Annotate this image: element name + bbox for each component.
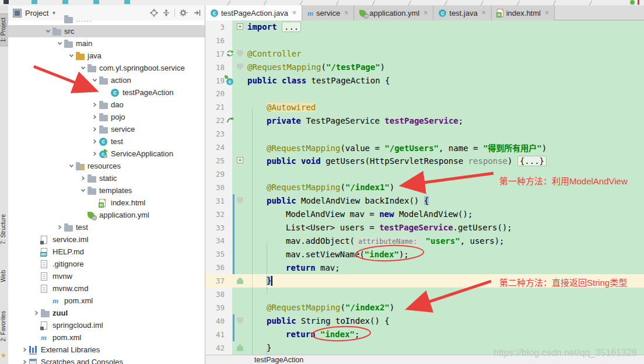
editor-tab-testpageaction-java[interactable]: ctestPageAction.java×: [205, 5, 302, 20]
tree-item-index-html[interactable]: Hindex.html: [8, 197, 205, 209]
line-number[interactable]: 36: [205, 261, 232, 274]
tree-item-mvnw[interactable]: mvnw: [8, 270, 205, 282]
line-number[interactable]: 23: [205, 127, 232, 141]
fold-marker-icon[interactable]: [237, 277, 243, 284]
code-line-16[interactable]: 16: [205, 34, 644, 47]
code-text[interactable]: public String toIndex() {: [247, 316, 390, 326]
tree-item-application-yml[interactable]: @application.yml: [8, 209, 205, 221]
code-editor[interactable]: 3+import ...1617@Controller18@RequestMap…: [205, 20, 644, 355]
line-number[interactable]: 29: [205, 167, 232, 181]
tool-window-button-1-project[interactable]: 1: Project: [0, 13, 8, 46]
tree-item-templates[interactable]: templates: [8, 184, 205, 197]
code-line-40[interactable]: 40public String toIndex() {: [205, 314, 644, 328]
spring-bean-icon[interactable]: [226, 50, 234, 59]
tree-item-zuul[interactable]: zuul: [8, 307, 205, 319]
code-text[interactable]: @RequestMapping("/index2"): [247, 303, 394, 312]
editor-tab-application-yml[interactable]: @application.yml×: [354, 5, 433, 20]
tab-close-icon[interactable]: ×: [344, 9, 348, 17]
line-number[interactable]: 19c: [205, 74, 232, 88]
tree-item-action[interactable]: action: [8, 74, 205, 86]
code-text[interactable]: import ...: [247, 22, 301, 32]
chevron-collapsed-icon[interactable]: [32, 309, 41, 318]
chevron-collapsed-icon[interactable]: [20, 345, 29, 355]
chevron-collapsed-icon[interactable]: [90, 137, 99, 146]
chevron-collapsed-icon[interactable]: [78, 174, 88, 183]
line-number[interactable]: 21: [205, 100, 232, 114]
code-text[interactable]: public void getUsers(HttpServletResponse…: [247, 156, 547, 166]
tool-window-button-2-favorites[interactable]: 2: Favorites: [0, 307, 8, 345]
code-line-37[interactable]: 37}: [205, 274, 644, 288]
code-line-36[interactable]: 36return mav;: [205, 261, 644, 274]
tree-item-mvnw-cmd[interactable]: mvnw.cmd: [8, 282, 205, 295]
code-line-32[interactable]: 32ModelAndView mav = new ModelAndView();: [205, 208, 644, 221]
code-line-34[interactable]: 34mav.addObject(attributeName: "users", …: [205, 235, 644, 248]
line-number[interactable]: 3: [205, 20, 232, 34]
code-text[interactable]: mav.setViewName("index");: [247, 250, 409, 259]
code-text[interactable]: }: [247, 276, 272, 286]
editor-tab-service[interactable]: mservice×: [302, 5, 354, 20]
code-text[interactable]: private TestPageService testPageService;: [247, 116, 463, 125]
run-class-icon[interactable]: c: [226, 76, 233, 85]
code-line-25[interactable]: 25+public void getUsers(HttpServletRespo…: [205, 154, 644, 167]
line-number[interactable]: 40: [205, 314, 232, 328]
chevron-collapsed-icon[interactable]: [55, 223, 64, 232]
chevron-expanded-icon[interactable]: [66, 162, 76, 171]
line-number[interactable]: 41: [205, 328, 232, 341]
tab-close-icon[interactable]: ×: [292, 9, 296, 17]
code-text[interactable]: }: [247, 343, 271, 352]
code-line-21[interactable]: 21@Autowired: [205, 100, 644, 114]
chevron-collapsed-icon[interactable]: [90, 125, 99, 134]
code-text[interactable]: public class testPageAction {: [247, 76, 390, 85]
tree-item-test[interactable]: ctest: [8, 135, 205, 148]
code-text[interactable]: @RequestMapping("/testPage"): [247, 62, 385, 72]
line-number[interactable]: 38: [205, 288, 232, 301]
fold-marker-icon[interactable]: +: [237, 157, 243, 163]
code-line-33[interactable]: 33List<User> users = testPageService.get…: [205, 221, 644, 235]
tree-item-external-libraries[interactable]: External Libraries: [8, 344, 205, 356]
fold-marker-icon[interactable]: [237, 344, 243, 351]
code-line-22[interactable]: 22private TestPageService testPageServic…: [205, 114, 644, 127]
chevron-expanded-icon[interactable]: [43, 27, 52, 36]
code-line-30[interactable]: 30@RequestMapping("/index1"): [205, 181, 644, 194]
tree-item-testpageaction[interactable]: ctestPageAction: [8, 86, 205, 99]
code-line-38[interactable]: 38: [205, 288, 644, 301]
tree-item-pom-xml[interactable]: mpom.xml: [8, 331, 205, 344]
tree-item-static[interactable]: static: [8, 172, 205, 184]
tree-item-main[interactable]: main: [8, 37, 205, 50]
line-number[interactable]: 20: [205, 88, 232, 101]
code-text[interactable]: @RequestMapping("/index1"): [247, 183, 394, 192]
code-text[interactable]: @Controller: [247, 49, 302, 58]
line-number[interactable]: 25: [205, 154, 232, 167]
code-text[interactable]: @RequestMapping(value = "/getUsers", nam…: [247, 142, 547, 153]
line-number[interactable]: 42: [205, 341, 232, 355]
tree-item-test[interactable]: test: [8, 221, 205, 233]
line-number[interactable]: 32: [205, 208, 232, 221]
code-text[interactable]: return mav;: [247, 263, 340, 272]
tree-item-service[interactable]: service: [8, 123, 205, 135]
line-number[interactable]: 34: [205, 235, 232, 248]
chevron-expanded-icon[interactable]: [55, 39, 64, 48]
code-line-18[interactable]: 18@RequestMapping("/testPage"): [205, 61, 644, 74]
code-text[interactable]: List<User> users = testPageService.getUs…: [247, 223, 512, 232]
tree-item-resources[interactable]: resources: [8, 160, 205, 172]
fold-marker-icon[interactable]: +: [237, 23, 243, 30]
chevron-collapsed-icon[interactable]: [20, 358, 29, 364]
autowired-bean-icon[interactable]: [226, 116, 235, 125]
code-line-41[interactable]: 41return "index";: [205, 328, 644, 341]
code-line-39[interactable]: 39@RequestMapping("/index2"): [205, 301, 644, 314]
code-line-29[interactable]: 29: [205, 167, 644, 181]
chevron-expanded-icon[interactable]: [78, 186, 88, 195]
chevron-collapsed-icon[interactable]: [90, 149, 99, 159]
fold-marker-icon[interactable]: [237, 197, 243, 204]
chevron-collapsed-icon[interactable]: [90, 113, 99, 122]
tab-close-icon[interactable]: ×: [482, 9, 486, 17]
tree-item-help-md[interactable]: MDHELP.md: [8, 246, 205, 258]
code-text[interactable]: public ModelAndView backIndex() {: [247, 196, 429, 205]
code-text[interactable]: mav.addObject(attributeName: "users", us…: [247, 236, 504, 246]
tool-window-button-7-structure[interactable]: 7: Structure: [0, 211, 8, 248]
line-number[interactable]: 24: [205, 141, 232, 154]
favorites-star-icon[interactable]: ★: [1, 352, 6, 359]
fold-marker-icon[interactable]: [237, 50, 243, 57]
code-line-23[interactable]: 23: [205, 127, 644, 141]
editor-tab-test-java[interactable]: ctest.java×: [433, 5, 491, 20]
